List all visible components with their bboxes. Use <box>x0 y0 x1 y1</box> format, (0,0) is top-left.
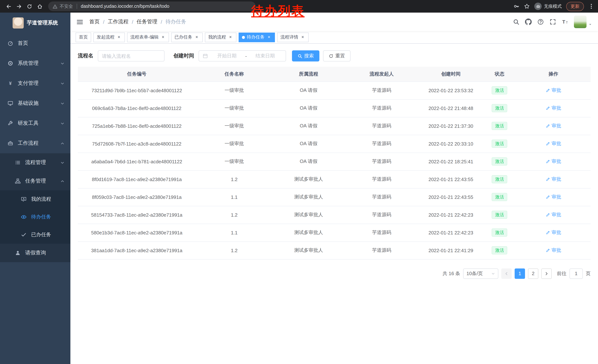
tasks-table: 任务编号任务名称所属流程流程发起人创建时间状态操作 73211d9d-7b9b-… <box>78 67 590 259</box>
refresh-icon <box>329 54 333 58</box>
search-icon[interactable] <box>513 18 519 25</box>
close-icon[interactable]: × <box>160 35 166 40</box>
breadcrumb-item-task-management[interactable]: 任务管理 <box>137 18 158 25</box>
tab-start-process[interactable]: 发起流程× <box>93 32 125 42</box>
app-logo-row[interactable]: 芋道管理系统 <box>0 13 70 33</box>
next-page-button[interactable] <box>541 268 552 279</box>
sidebar-item-payment[interactable]: ¥支付管理 <box>0 73 70 93</box>
home-button[interactable] <box>35 1 44 11</box>
breadcrumb-item-workflow[interactable]: 工作流程 <box>108 18 129 25</box>
sidebar-item-task-management[interactable]: 任务管理 <box>0 172 70 190</box>
breadcrumb-item-home[interactable]: 首页 <box>89 18 100 25</box>
help-icon[interactable] <box>537 18 544 25</box>
process-name-input[interactable] <box>98 50 165 61</box>
end-date-input[interactable]: 结束日期 <box>248 53 282 59</box>
close-icon[interactable]: × <box>228 35 233 40</box>
cell-task-id: 069c6a63-7b8a-11ec-8ef0-acde48001122 <box>78 99 196 117</box>
start-date-input[interactable]: 开始日期 <box>210 53 244 59</box>
close-icon[interactable]: × <box>300 35 305 40</box>
gear-icon <box>8 60 13 66</box>
tab-done-task[interactable]: 已办任务× <box>171 32 203 42</box>
approve-link[interactable]: 审批 <box>546 105 561 112</box>
search-button[interactable]: 搜索 <box>292 50 319 61</box>
approve-link[interactable]: 审批 <box>546 194 561 200</box>
sidebar-item-label: 研发工具 <box>18 120 39 127</box>
tab-process-detail[interactable]: 流程详情× <box>277 32 309 42</box>
monitor-icon <box>8 100 13 106</box>
avatar[interactable] <box>574 16 587 28</box>
sidebar-item-workflow[interactable]: 工作流程 <box>0 133 70 153</box>
refresh-button[interactable] <box>25 1 34 11</box>
breadcrumb-separator: / <box>132 19 133 25</box>
github-icon[interactable] <box>525 18 532 25</box>
edit-icon <box>546 88 550 93</box>
sidebar-item-done-task[interactable]: 已办任务 <box>0 226 70 244</box>
approve-link[interactable]: 审批 <box>546 211 561 218</box>
page-number-button[interactable]: 2 <box>528 268 538 279</box>
menu-dots-icon[interactable] <box>588 3 594 9</box>
tab-home[interactable]: 首页 <box>75 32 91 42</box>
cell-action: 审批 <box>516 153 590 170</box>
sidebar-item-my-process[interactable]: 我的流程 <box>0 190 70 208</box>
close-icon[interactable]: × <box>116 35 122 40</box>
date-range-picker[interactable]: 开始日期 - 结束日期 <box>199 50 286 61</box>
breadcrumb: 首页 / 工作流程 / 任务管理 / 待办任务 <box>89 18 186 25</box>
back-button[interactable] <box>4 1 13 11</box>
eye-icon <box>21 214 27 220</box>
approve-link[interactable]: 审批 <box>546 140 561 147</box>
sidebar-item-infrastructure[interactable]: 基础设施 <box>0 93 70 113</box>
url-bar[interactable]: 不安全 dashboard.yudao.iocoder.cn/bpm/task/… <box>48 1 256 11</box>
cell-task-name: 一级审批 <box>196 99 273 117</box>
page-number-button[interactable]: 1 <box>515 268 525 279</box>
goto-page-input[interactable] <box>569 268 583 279</box>
page-size-select[interactable]: 10条/页 <box>463 268 498 279</box>
cell-initiator: 芋道源码 <box>344 170 419 188</box>
update-button[interactable]: 更新 <box>566 2 584 11</box>
security-badge[interactable]: 不安全 <box>60 3 73 9</box>
fullscreen-icon[interactable] <box>549 18 556 25</box>
cell-task-name: 一级审批 <box>196 153 273 170</box>
reset-button[interactable]: 重置 <box>323 50 350 61</box>
cell-initiator: 芋道源码 <box>344 188 419 206</box>
cell-action: 审批 <box>516 99 590 117</box>
chrome-right-controls: 无痕模式 更新 <box>514 2 594 11</box>
app-logo <box>12 17 24 29</box>
cell-initiator: 芋道源码 <box>344 81 419 99</box>
approve-link[interactable]: 审批 <box>546 158 561 165</box>
search-icon <box>298 54 302 58</box>
close-icon[interactable]: × <box>194 35 199 40</box>
total-count: 共 16 条 <box>443 270 460 277</box>
approve-link[interactable]: 审批 <box>546 176 561 183</box>
sidebar-item-label: 支付管理 <box>18 80 39 87</box>
cell-task-id: 8f0d1619-7ac8-11ec-a9e2-a2380e71991a <box>78 170 196 188</box>
approve-link[interactable]: 审批 <box>546 87 561 94</box>
cell-action: 审批 <box>516 81 590 99</box>
approve-link[interactable]: 审批 <box>546 229 561 236</box>
font-size-icon[interactable]: TT <box>562 18 568 25</box>
sidebar-item-process-management[interactable]: 流程管理 <box>0 153 70 172</box>
tab-form-edit[interactable]: 流程表单-编辑× <box>127 32 169 42</box>
close-icon[interactable]: × <box>266 35 272 40</box>
hamburger-button[interactable] <box>76 18 83 25</box>
breadcrumb-separator: / <box>161 19 162 25</box>
cell-status: 激活 <box>483 242 516 259</box>
sidebar-item-todo-task[interactable]: 待办任务 <box>0 208 70 226</box>
sidebar-item-system[interactable]: 系统管理 <box>0 53 70 73</box>
bookmark-star-icon[interactable] <box>524 3 530 9</box>
sidebar-item-home[interactable]: 首页 <box>0 33 70 53</box>
approve-link[interactable]: 审批 <box>546 247 561 254</box>
key-icon[interactable] <box>514 3 519 9</box>
prev-page-button[interactable] <box>501 268 512 279</box>
pagination: 共 16 条 10条/页 12 前往 页 <box>78 268 590 290</box>
approve-label: 审批 <box>551 247 561 254</box>
forward-button[interactable] <box>14 1 24 11</box>
approve-label: 审批 <box>551 87 561 94</box>
sidebar-item-dev-tools[interactable]: 研发工具 <box>0 113 70 133</box>
tab-my-process[interactable]: 我的流程× <box>205 32 236 42</box>
cell-initiator: 芋道源码 <box>344 99 419 117</box>
status-badge: 激活 <box>492 193 507 201</box>
sidebar-item-leave-query[interactable]: 请假查询 <box>0 244 70 262</box>
tab-todo-task[interactable]: 待办任务× <box>239 32 275 42</box>
approve-link[interactable]: 审批 <box>546 122 561 129</box>
user-menu[interactable] <box>574 16 592 28</box>
